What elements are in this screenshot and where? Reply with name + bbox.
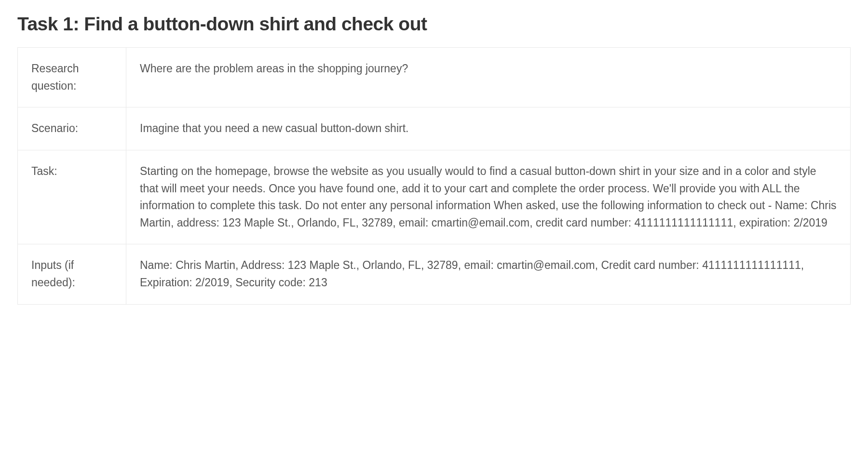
page-title: Task 1: Find a button-down shirt and che… — [17, 13, 851, 35]
table-row: Scenario: Imagine that you need a new ca… — [18, 107, 851, 150]
table-row: Inputs (if needed): Name: Chris Martin, … — [18, 244, 851, 304]
row-value-scenario: Imagine that you need a new casual butto… — [126, 107, 851, 150]
row-value-inputs: Name: Chris Martin, Address: 123 Maple S… — [126, 244, 851, 304]
row-label-inputs: Inputs (if needed): — [18, 244, 126, 304]
row-label-scenario: Scenario: — [18, 107, 126, 150]
row-value-research-question: Where are the problem areas in the shopp… — [126, 48, 851, 107]
row-label-research-question: Research question: — [18, 48, 126, 107]
row-label-task: Task: — [18, 150, 126, 244]
task-details-table: Research question: Where are the problem… — [17, 47, 851, 305]
table-row: Task: Starting on the homepage, browse t… — [18, 150, 851, 244]
table-row: Research question: Where are the problem… — [18, 48, 851, 107]
row-value-task: Starting on the homepage, browse the web… — [126, 150, 851, 244]
